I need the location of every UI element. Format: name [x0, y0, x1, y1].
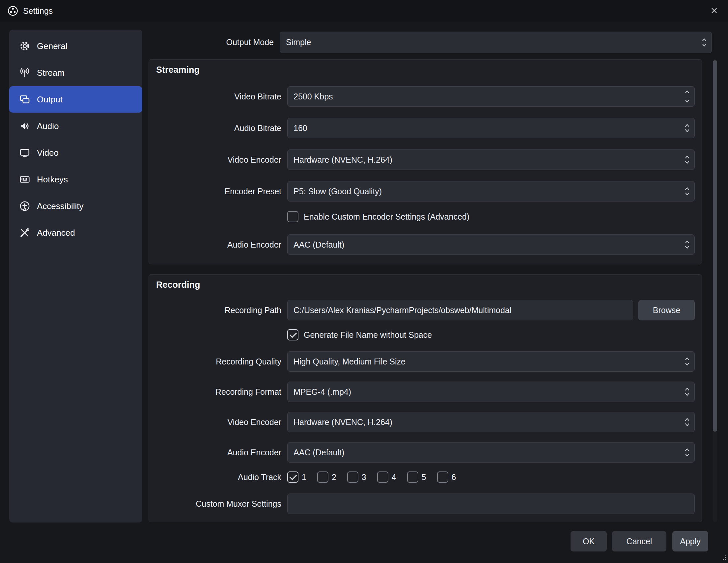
gear-icon	[19, 41, 30, 52]
audio-track-1: 1	[287, 471, 306, 483]
encoder-preset-select[interactable]: P5: Slow (Good Quality)	[287, 181, 695, 202]
recording-quality-value: High Quality, Medium File Size	[294, 357, 406, 366]
sidebar-item-hotkeys[interactable]: Hotkeys	[9, 166, 142, 193]
audio-track-4-checkbox[interactable]	[377, 471, 388, 483]
recording-group: Recording Recording Path Browse Generate…	[149, 274, 702, 522]
video-bitrate-spinner[interactable]: 2500 Kbps	[287, 86, 695, 107]
encoder-preset-value: P5: Slow (Good Quality)	[294, 187, 382, 196]
dropdown-arrows-icon	[685, 355, 690, 367]
audio-track-6-label: 6	[452, 472, 456, 482]
custom-encoder-checkbox-label[interactable]: Enable Custom Encoder Settings (Advanced…	[304, 212, 469, 222]
video-encoder-label: Video Encoder	[156, 417, 281, 427]
recording-format-value: MPEG-4 (.mp4)	[294, 387, 351, 397]
keyboard-icon	[19, 174, 30, 185]
spinner-arrows-icon[interactable]	[685, 89, 690, 104]
audio-track-checkboxes: 1 2 3 4 5 6	[287, 471, 467, 483]
audio-track-4-label: 4	[392, 472, 396, 482]
stream-video-encoder-select[interactable]: Hardware (NVENC, H.264)	[287, 150, 695, 170]
video-bitrate-row: Video Bitrate 2500 Kbps	[156, 86, 695, 107]
apply-button[interactable]: Apply	[672, 531, 708, 551]
dialog-footer: OK Cancel Apply	[571, 531, 708, 551]
audio-track-6-checkbox[interactable]	[437, 471, 448, 483]
rec-audio-encoder-select[interactable]: AAC (Default)	[287, 442, 695, 463]
recording-format-select[interactable]: MPEG-4 (.mp4)	[287, 381, 695, 402]
audio-track-row: Audio Track 1 2 3 4 5 6	[156, 470, 695, 484]
speaker-icon	[19, 121, 30, 132]
audio-track-5-label: 5	[422, 472, 426, 482]
streaming-group-title: Streaming	[156, 65, 695, 75]
audio-track-label: Audio Track	[156, 472, 281, 482]
audio-track-5-checkbox[interactable]	[407, 471, 418, 483]
video-encoder-value: Hardware (NVENC, H.264)	[294, 155, 392, 165]
video-bitrate-value: 2500 Kbps	[294, 92, 333, 101]
window-title: Settings	[23, 6, 53, 16]
output-mode-select[interactable]: Simple	[280, 32, 712, 53]
audio-bitrate-select[interactable]: 160	[287, 118, 695, 138]
sidebar-item-advanced[interactable]: Advanced	[9, 220, 142, 246]
audio-track-3: 3	[347, 471, 366, 483]
sidebar-item-accessibility[interactable]: Accessibility	[9, 193, 142, 219]
sidebar-item-general[interactable]: General	[9, 33, 142, 59]
rec-audio-encoder-row: Audio Encoder AAC (Default)	[156, 442, 695, 463]
audio-encoder-value: AAC (Default)	[294, 448, 344, 457]
rec-video-encoder-select[interactable]: Hardware (NVENC, H.264)	[287, 412, 695, 432]
dropdown-arrows-icon	[685, 416, 690, 428]
audio-track-4: 4	[377, 471, 396, 483]
sidebar-item-label: Advanced	[37, 228, 75, 238]
sidebar-item-label: Stream	[37, 68, 65, 78]
sidebar-item-video[interactable]: Video	[9, 140, 142, 166]
output-mode-value: Simple	[286, 38, 311, 47]
scrollbar-thumb[interactable]	[713, 60, 717, 432]
recording-group-title: Recording	[156, 280, 695, 290]
ok-button[interactable]: OK	[571, 531, 607, 551]
dropdown-arrows-icon	[685, 122, 690, 134]
audio-track-2-checkbox[interactable]	[317, 471, 328, 483]
generate-filename-checkbox[interactable]	[287, 329, 298, 340]
custom-encoder-settings-row: Enable Custom Encoder Settings (Advanced…	[156, 210, 695, 223]
sidebar-item-label: Hotkeys	[37, 175, 68, 185]
settings-sidebar: General Stream Output Audio Video Hotkey…	[9, 30, 142, 522]
browse-button[interactable]: Browse	[638, 300, 695, 320]
scrollbar[interactable]	[713, 59, 717, 522]
generate-filename-checkbox-label[interactable]: Generate File Name without Space	[304, 330, 432, 340]
recording-format-row: Recording Format MPEG-4 (.mp4)	[156, 381, 695, 402]
sidebar-item-output[interactable]: Output	[9, 86, 142, 113]
stream-audio-encoder-select[interactable]: AAC (Default)	[287, 235, 695, 255]
recording-path-input[interactable]	[287, 300, 633, 320]
close-icon	[710, 6, 718, 16]
tools-icon	[19, 227, 30, 239]
generate-filename-row: Generate File Name without Space	[156, 328, 695, 341]
accessibility-icon	[19, 201, 30, 212]
rec-video-encoder-row: Video Encoder Hardware (NVENC, H.264)	[156, 412, 695, 432]
obs-logo-icon	[7, 5, 18, 16]
sidebar-item-stream[interactable]: Stream	[9, 60, 142, 86]
recording-quality-label: Recording Quality	[156, 357, 281, 366]
custom-encoder-checkbox[interactable]	[287, 211, 298, 222]
sidebar-item-label: General	[37, 41, 68, 51]
sidebar-item-audio[interactable]: Audio	[9, 113, 142, 139]
close-button[interactable]	[707, 4, 721, 18]
recording-quality-row: Recording Quality High Quality, Medium F…	[156, 351, 695, 372]
audio-track-1-checkbox[interactable]	[287, 471, 298, 483]
recording-path-row: Recording Path Browse	[156, 300, 695, 320]
stream-audio-encoder-row: Audio Encoder AAC (Default)	[156, 235, 695, 255]
dropdown-arrows-icon	[702, 37, 707, 48]
titlebar: Settings	[0, 0, 728, 22]
encoder-preset-row: Encoder Preset P5: Slow (Good Quality)	[156, 181, 695, 202]
audio-track-3-checkbox[interactable]	[347, 471, 358, 483]
output-mode-label: Output Mode	[149, 38, 274, 47]
recording-quality-select[interactable]: High Quality, Medium File Size	[287, 351, 695, 372]
output-mode-row: Output Mode Simple	[149, 32, 712, 53]
stream-video-encoder-row: Video Encoder Hardware (NVENC, H.264)	[156, 150, 695, 170]
custom-muxer-input[interactable]	[287, 493, 695, 514]
dropdown-arrows-icon	[685, 446, 690, 458]
cancel-button[interactable]: Cancel	[612, 531, 666, 551]
sidebar-item-label: Output	[37, 95, 63, 105]
antenna-icon	[19, 67, 30, 78]
audio-bitrate-label: Audio Bitrate	[156, 124, 281, 133]
resize-grip-icon[interactable]	[721, 555, 726, 562]
output-layers-icon	[19, 94, 30, 105]
video-encoder-label: Video Encoder	[156, 155, 281, 165]
recording-format-label: Recording Format	[156, 387, 281, 397]
monitor-icon	[19, 147, 30, 158]
